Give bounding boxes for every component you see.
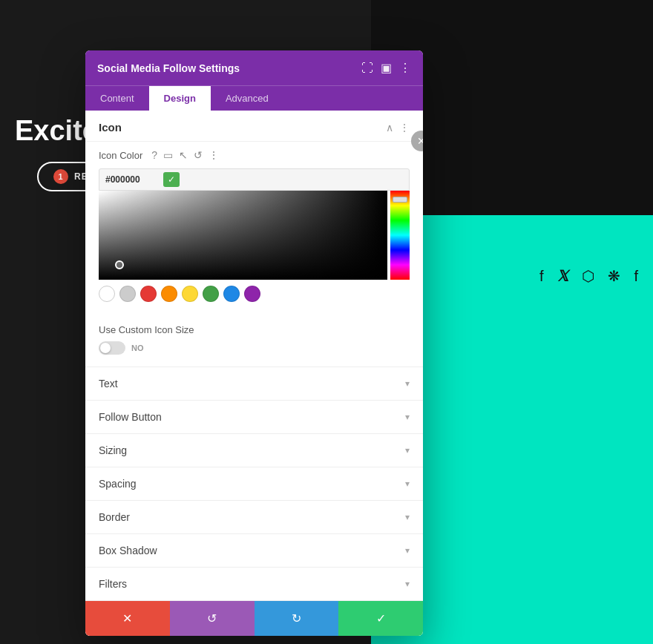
tab-design[interactable]: Design [149, 86, 211, 111]
custom-size-row: Use Custom Icon Size NO [85, 315, 423, 367]
options-icon[interactable]: ⋮ [209, 149, 219, 161]
saturation-gradient [99, 191, 387, 280]
hex-input[interactable] [105, 174, 157, 185]
dialog-body: Icon ∧ ⋮ Icon Color ? ▭ ↖ ↺ ⋮ ✓ [85, 111, 423, 636]
box-shadow-section[interactable]: Box Shadow ▾ [85, 533, 423, 567]
section-header-right: ∧ ⋮ [386, 122, 410, 134]
tab-content[interactable]: Content [85, 86, 149, 111]
spacing-label: Spacing [99, 478, 137, 490]
badge: 1 [53, 169, 68, 184]
icon-color-row: Icon Color ? ▭ ↖ ↺ ⋮ [85, 142, 423, 168]
hue-strip[interactable] [390, 191, 410, 280]
border-section[interactable]: Border ▾ [85, 500, 423, 533]
spacing-chevron-icon: ▾ [405, 479, 410, 489]
fullscreen-icon[interactable]: ⛶ [361, 62, 373, 75]
help-icon[interactable]: ? [151, 149, 157, 161]
brightness-overlay [99, 191, 387, 280]
filters-label: Filters [99, 578, 127, 590]
bottom-toolbar: ✕ ↺ ↻ ✓ [85, 600, 423, 636]
dialog-tabs: Content Design Advanced [85, 85, 423, 111]
text-chevron-icon: ▾ [405, 378, 410, 389]
text-label: Text [99, 378, 118, 390]
more-icon[interactable]: ⋮ [399, 61, 411, 75]
dialog-title: Social Media Follow Settings [97, 62, 240, 74]
reset-icon[interactable]: ↺ [194, 149, 203, 161]
cursor-icon[interactable]: ↖ [179, 149, 188, 161]
section-more-icon[interactable]: ⋮ [399, 122, 410, 134]
custom-size-toggle[interactable] [99, 341, 125, 355]
swatch-light-gray[interactable] [119, 286, 136, 302]
box-shadow-label: Box Shadow [99, 545, 157, 556]
redo-button[interactable]: ↻ [255, 601, 339, 636]
follow-button-section[interactable]: Follow Button ▾ [85, 400, 423, 433]
swatch-red[interactable] [140, 286, 157, 302]
header-icons: ⛶ ▣ ⋮ [361, 61, 411, 75]
tab-advanced[interactable]: Advanced [211, 86, 283, 111]
gradient-picker-area[interactable] [99, 191, 410, 280]
box-shadow-chevron-icon: ▾ [405, 545, 410, 556]
icon-section-header: Icon ∧ ⋮ [85, 111, 423, 142]
icon-color-label: Icon Color [99, 150, 142, 161]
sizing-chevron-icon: ▾ [405, 445, 410, 456]
swatch-white[interactable] [99, 286, 115, 302]
hex-confirm-button[interactable]: ✓ [163, 172, 180, 187]
social-icon-facebook2[interactable]: f [634, 268, 638, 285]
spacing-section[interactable]: Spacing ▾ [85, 467, 423, 500]
swatch-blue[interactable] [223, 286, 240, 302]
text-section[interactable]: Text ▾ [85, 367, 423, 400]
social-icon-facebook[interactable]: f [539, 268, 544, 285]
border-chevron-icon: ▾ [405, 512, 410, 522]
gradient-cursor [115, 260, 124, 269]
filters-section[interactable]: Filters ▾ [85, 567, 423, 600]
swatch-purple[interactable] [244, 286, 260, 302]
follow-button-chevron-icon: ▾ [405, 412, 410, 422]
hue-thumb [393, 197, 407, 203]
toggle-label: NO [131, 344, 144, 352]
sizing-section[interactable]: Sizing ▾ [85, 433, 423, 467]
collapse-icon[interactable]: ∧ [386, 122, 393, 134]
toggle-row: NO [99, 341, 410, 355]
social-icon-dribbble[interactable]: ❋ [608, 267, 620, 285]
undo-button[interactable]: ↺ [170, 601, 255, 636]
border-label: Border [99, 511, 130, 523]
social-icons-row: f 𝕏 ⬡ ❋ f [539, 267, 638, 285]
social-icon-instagram[interactable]: ⬡ [582, 267, 594, 285]
toggle-thumb [100, 343, 111, 353]
filters-chevron-icon: ▾ [405, 579, 410, 589]
confirm-button[interactable]: ✓ [338, 601, 423, 636]
sizing-label: Sizing [99, 444, 127, 456]
icon-section-title: Icon [99, 121, 122, 134]
swatch-green[interactable] [203, 286, 219, 302]
swatches-row [99, 280, 410, 305]
settings-dialog: Social Media Follow Settings ⛶ ▣ ⋮ Conte… [85, 50, 423, 636]
hex-bar: ✓ [99, 168, 410, 191]
columns-icon[interactable]: ▣ [381, 61, 392, 75]
dialog-header: Social Media Follow Settings ⛶ ▣ ⋮ [85, 50, 423, 85]
phone-icon[interactable]: ▭ [163, 149, 173, 161]
social-icon-twitter[interactable]: 𝕏 [557, 267, 568, 285]
swatch-yellow[interactable] [182, 286, 198, 302]
cancel-button[interactable]: ✕ [85, 601, 170, 636]
custom-size-label: Use Custom Icon Size [99, 324, 410, 335]
swatch-orange[interactable] [161, 286, 177, 302]
color-picker: ✓ [99, 168, 410, 305]
follow-button-label: Follow Button [99, 411, 162, 423]
